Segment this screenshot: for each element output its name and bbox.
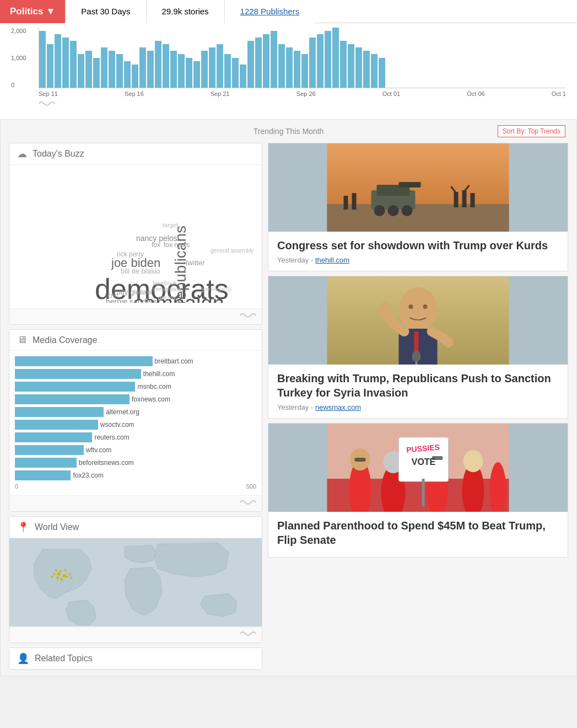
chart-bar (278, 44, 285, 88)
media-bar-row: fox23.com (15, 470, 256, 480)
chart-bar (209, 47, 215, 88)
chart-bar (240, 65, 246, 88)
word-cloud-word[interactable]: fox (152, 241, 160, 249)
media-bar (15, 369, 141, 379)
chart-bar (101, 47, 107, 88)
chart-area: 2,000 1,000 0 Sep 11 Sep 16 Sep 21 Sep 2… (0, 23, 577, 119)
chart-bar (224, 54, 231, 88)
news-card-3-title: Planned Parenthood to Spend $45M to Beat… (277, 518, 559, 547)
word-cloud-word[interactable]: general assembly (211, 248, 254, 254)
media-bar (15, 432, 92, 442)
svg-point-2 (63, 574, 66, 577)
news-image-2-svg (268, 276, 568, 365)
chart-bar (217, 44, 223, 88)
chart-bar (163, 44, 169, 88)
media-bar (15, 394, 130, 404)
world-view-footer (9, 627, 262, 643)
right-panel: Congress set for showdown with Trump ove… (268, 143, 568, 670)
media-bar-label: alternet.org (106, 408, 139, 416)
svg-point-4 (60, 579, 63, 581)
word-cloud-word[interactable]: rudy giuliani (114, 288, 152, 296)
news-card-2-image (268, 276, 568, 365)
word-cloud-word[interactable]: facebook (153, 280, 177, 286)
chart-bar (379, 58, 385, 88)
svg-rect-23 (454, 192, 459, 207)
left-panel: ☁ Today's Buzz democratsdonald trumpcamp… (9, 143, 262, 670)
word-cloud-word[interactable]: rick perry (117, 250, 144, 258)
svg-rect-22 (352, 193, 357, 210)
word-cloud-word[interactable]: fox news (164, 241, 190, 249)
media-bar-row: wsoctv.com (15, 420, 256, 430)
news-card-1-image (268, 143, 568, 232)
news-card-1-source[interactable]: thehill.com (315, 256, 349, 264)
chart-bar (178, 54, 185, 88)
trending-header: Trending This Month Sort By: Top Trends (9, 125, 568, 137)
cloud-icon: ☁ (17, 148, 27, 160)
svg-point-8 (60, 570, 62, 572)
chart-bar (263, 34, 269, 88)
media-bar-row: thehill.com (15, 369, 256, 379)
word-cloud: democratsdonald trumpcampaignrepublicans… (15, 170, 256, 303)
related-topics-header: 👤 Related Topics (9, 648, 262, 670)
word-cloud-word[interactable]: gaeasy (158, 295, 176, 301)
media-bar (15, 382, 135, 392)
chart-bar (355, 47, 362, 88)
word-cloud-word[interactable]: bill de blasio (121, 267, 160, 275)
location-icon: 📍 (17, 521, 29, 533)
svg-point-35 (409, 304, 413, 309)
svg-point-10 (55, 569, 57, 571)
news-image-1-svg (268, 143, 568, 232)
politics-label: Politics (10, 6, 43, 17)
media-coverage-footer (9, 495, 262, 511)
chart-bar (155, 41, 161, 88)
word-cloud-word[interactable]: immigration (153, 286, 181, 292)
media-bar-label: fox23.com (73, 472, 103, 479)
todays-buzz-body: democratsdonald trumpcampaignrepublicans… (9, 165, 262, 308)
stories-tab[interactable]: 29.9k stories (146, 0, 224, 23)
svg-point-11 (71, 577, 73, 579)
top-nav: Politics ▼ Past 30 Days 29.9k stories 12… (0, 0, 577, 23)
svg-point-18 (374, 205, 385, 216)
svg-point-5 (66, 576, 68, 578)
chart-bar (93, 58, 100, 88)
related-topics-widget: 👤 Related Topics (9, 647, 262, 670)
trending-title: Trending This Month (196, 127, 381, 136)
chart-bar (85, 51, 92, 88)
chart-bar (294, 51, 300, 88)
news-card-2[interactable]: Breaking with Trump, Republicans Push to… (268, 276, 568, 419)
media-x-axis: 0 500 (15, 483, 256, 490)
chart-bar (309, 38, 316, 88)
news-card-3-image: PUSSIES VOTE (268, 424, 568, 512)
svg-point-19 (388, 205, 399, 216)
wave-media-icon (240, 498, 256, 507)
media-bar-row: alternet.org (15, 407, 256, 417)
word-cloud-word[interactable]: joe kennedy (202, 286, 232, 292)
chart-bar (124, 61, 131, 88)
publishers-tab[interactable]: 1228 Publishers (224, 0, 315, 23)
sort-by-button[interactable]: Sort By: Top Trends (498, 125, 565, 137)
chart-bar (371, 54, 378, 88)
news-card-2-source[interactable]: newsmax.com (315, 403, 361, 411)
svg-point-20 (402, 205, 413, 216)
chart-bars (39, 28, 566, 88)
chart-bar (232, 58, 239, 88)
word-cloud-word[interactable]: target (163, 222, 178, 228)
word-cloud-word[interactable]: cnn (107, 292, 118, 299)
news-card-3[interactable]: PUSSIES VOTE Planned Parenthood to Spend… (268, 423, 568, 558)
media-coverage-header: 🖥 Media Coverage (9, 330, 262, 351)
svg-point-32 (379, 302, 392, 317)
word-cloud-word[interactable]: twitter (186, 259, 205, 267)
politics-tab[interactable]: Politics ▼ (0, 0, 65, 23)
chart-bar (132, 65, 138, 88)
media-bar-label: wftv.com (86, 446, 111, 454)
news-card-1[interactable]: Congress set for showdown with Trump ove… (268, 143, 568, 271)
svg-rect-21 (344, 196, 348, 210)
todays-buzz-title: Today's Buzz (33, 149, 84, 159)
media-bar-row: reuters.com (15, 432, 256, 442)
svg-point-36 (423, 304, 428, 309)
media-bar (15, 407, 104, 417)
chart-bar (317, 34, 323, 88)
media-bar (15, 420, 98, 430)
period-tab[interactable]: Past 30 Days (65, 0, 145, 23)
news-card-2-title: Breaking with Trump, Republicans Push to… (277, 371, 559, 400)
